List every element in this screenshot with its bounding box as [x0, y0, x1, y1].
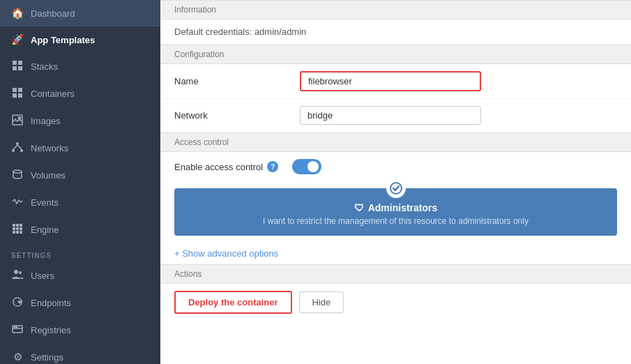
svg-rect-0: [13, 61, 17, 65]
name-label: Name: [174, 76, 286, 86]
containers-icon: [11, 87, 24, 100]
svg-rect-24: [20, 231, 22, 234]
svg-point-32: [14, 326, 15, 328]
engine-icon: [11, 223, 24, 236]
svg-rect-23: [16, 231, 19, 234]
access-control-toggle[interactable]: [292, 159, 321, 174]
sidebar-item-endpoints[interactable]: Endpoints: [0, 289, 160, 317]
volumes-icon: [11, 169, 24, 182]
svg-rect-3: [18, 66, 22, 70]
svg-point-33: [16, 326, 17, 328]
svg-rect-5: [18, 88, 22, 92]
sidebar-item-label: Stacks: [31, 61, 58, 72]
svg-rect-4: [13, 88, 17, 92]
sidebar-item-settings[interactable]: ⚙ Settings: [0, 344, 160, 364]
actions-row: Deploy the container Hide: [160, 284, 631, 321]
admin-box-subtitle: I want to restrict the management of thi…: [263, 216, 529, 226]
registries-icon: [11, 324, 24, 337]
admin-box-title: 🛡 Administrators: [354, 202, 438, 213]
svg-line-13: [13, 145, 17, 149]
network-label: Network: [174, 110, 286, 121]
svg-rect-17: [16, 224, 19, 227]
svg-rect-20: [16, 227, 19, 230]
sidebar-item-images[interactable]: Images: [0, 107, 160, 135]
admin-box: 🛡 Administrators I want to restrict the …: [174, 188, 617, 236]
svg-point-25: [14, 270, 18, 274]
sidebar-item-dashboard[interactable]: 🏠 Dashboard: [0, 0, 160, 26]
stacks-icon: [11, 60, 24, 73]
settings-section-label: SETTINGS: [0, 243, 160, 262]
name-input[interactable]: [300, 71, 481, 91]
svg-point-26: [19, 271, 22, 274]
sidebar: 🏠 Dashboard 🚀 App Templates Stacks Conta…: [0, 0, 160, 364]
help-icon[interactable]: ?: [267, 161, 278, 172]
sidebar-item-label: Engine: [31, 225, 59, 235]
admin-shield-icon: 🛡: [354, 202, 364, 213]
sidebar-item-label: Users: [31, 271, 54, 281]
endpoints-icon: [11, 296, 24, 310]
settings-icon: ⚙: [11, 351, 24, 363]
information-section-header: Information: [160, 0, 631, 20]
sidebar-item-stacks[interactable]: Stacks: [0, 53, 160, 80]
networks-icon: [11, 142, 24, 155]
sidebar-item-label: Volumes: [31, 170, 66, 181]
sidebar-item-registries[interactable]: Registries: [0, 317, 160, 344]
svg-point-9: [19, 117, 21, 119]
access-control-row: Enable access control ?: [160, 152, 631, 181]
svg-point-11: [12, 149, 15, 152]
deploy-container-button[interactable]: Deploy the container: [174, 291, 292, 314]
dashboard-icon: 🏠: [11, 7, 24, 20]
enable-access-label: Enable access control ?: [174, 161, 278, 172]
images-icon: [11, 114, 24, 128]
network-config-row: Network: [160, 99, 631, 132]
svg-rect-1: [18, 61, 22, 65]
svg-rect-6: [13, 93, 17, 98]
svg-point-12: [20, 149, 23, 152]
sidebar-item-label: App Templates: [31, 35, 95, 45]
sidebar-item-networks[interactable]: Networks: [0, 135, 160, 162]
sidebar-item-users[interactable]: Users: [0, 262, 160, 289]
admin-check-circle: [386, 179, 406, 198]
app-templates-icon: 🚀: [11, 33, 24, 46]
svg-line-14: [17, 145, 22, 149]
name-config-row: Name: [160, 64, 631, 99]
sidebar-item-label: Endpoints: [31, 298, 71, 308]
access-control-section-header: Access control: [160, 132, 631, 152]
actions-section-header: Actions: [160, 264, 631, 284]
show-advanced-options[interactable]: + Show advanced options: [160, 243, 631, 264]
sidebar-item-label: Containers: [31, 89, 75, 99]
svg-point-15: [13, 170, 22, 173]
sidebar-item-label: Registries: [31, 325, 71, 335]
hide-button[interactable]: Hide: [299, 291, 344, 313]
svg-point-10: [16, 142, 19, 145]
sidebar-item-label: Networks: [31, 143, 68, 153]
configuration-section-header: Configuration: [160, 45, 631, 64]
svg-rect-2: [13, 66, 17, 70]
sidebar-item-label: Settings: [31, 352, 63, 363]
svg-rect-19: [13, 227, 15, 230]
svg-rect-18: [20, 224, 22, 227]
sidebar-item-label: Dashboard: [31, 8, 75, 19]
toggle-slider: [292, 159, 321, 174]
default-credentials-row: Default credentials: admin/admin: [160, 20, 631, 45]
sidebar-item-label: Images: [31, 116, 61, 126]
svg-rect-22: [13, 231, 15, 234]
sidebar-item-app-templates[interactable]: 🚀 App Templates: [0, 26, 160, 53]
sidebar-item-engine[interactable]: Engine: [0, 216, 160, 243]
sidebar-item-events[interactable]: Events: [0, 189, 160, 216]
svg-rect-16: [13, 224, 15, 227]
svg-rect-21: [20, 227, 22, 230]
sidebar-item-volumes[interactable]: Volumes: [0, 162, 160, 189]
users-icon: [11, 269, 24, 282]
sidebar-item-containers[interactable]: Containers: [0, 80, 160, 107]
svg-rect-7: [18, 93, 22, 98]
network-input[interactable]: [300, 106, 481, 125]
sidebar-item-label: Events: [31, 197, 59, 208]
main-content: Information Default credentials: admin/a…: [160, 0, 631, 364]
events-icon: [11, 196, 24, 209]
